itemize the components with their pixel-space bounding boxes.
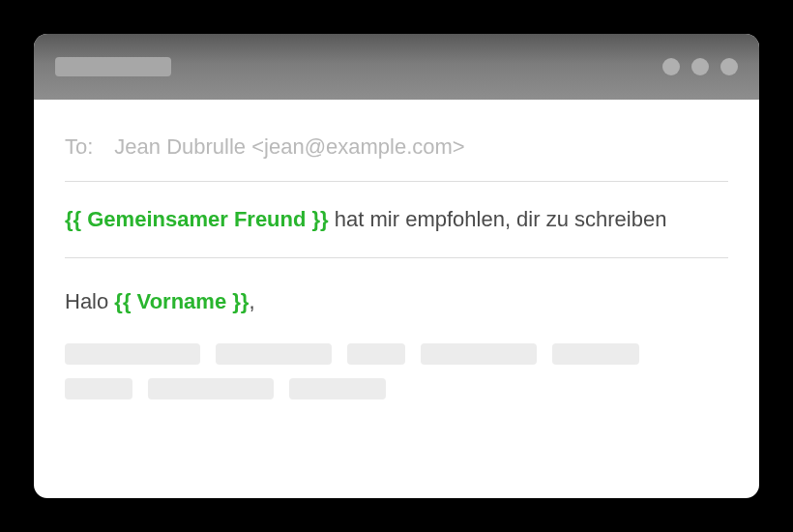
subject-field-row[interactable]: {{ Gemeinsamer Freund }} hat mir empfohl… [65, 182, 728, 258]
skeleton-block [552, 343, 639, 365]
email-compose-window: To: Jean Dubrulle <jean@example.com> {{ … [34, 34, 759, 498]
template-variable: {{ Gemeinsamer Freund }} [65, 207, 329, 231]
skeleton-line [65, 378, 728, 399]
to-label: To: [65, 134, 93, 160]
skeleton-block [65, 343, 200, 365]
to-field-row[interactable]: To: Jean Dubrulle <jean@example.com> [65, 134, 728, 182]
skeleton-line [65, 343, 728, 365]
window-control-dot[interactable] [691, 58, 709, 75]
greeting-suffix: , [249, 289, 254, 313]
greeting-prefix: Halo [65, 289, 114, 313]
subject-text: hat mir empfohlen, dir zu schreiben [329, 207, 667, 231]
compose-content: To: Jean Dubrulle <jean@example.com> {{ … [34, 100, 759, 498]
template-variable: {{ Vorname }} [114, 289, 249, 313]
body-placeholder-lines [65, 343, 728, 399]
skeleton-block [289, 378, 386, 399]
skeleton-block [148, 378, 274, 399]
window-control-dot[interactable] [720, 58, 738, 75]
skeleton-block [65, 378, 132, 399]
to-value: Jean Dubrulle <jean@example.com> [114, 134, 464, 160]
window-control-dot[interactable] [662, 58, 680, 75]
skeleton-block [216, 343, 332, 365]
body-field[interactable]: Halo {{ Vorname }}, [65, 258, 728, 399]
window-titlebar [34, 34, 759, 100]
title-placeholder [55, 57, 171, 76]
skeleton-block [347, 343, 405, 365]
window-controls [662, 58, 738, 75]
skeleton-block [421, 343, 537, 365]
